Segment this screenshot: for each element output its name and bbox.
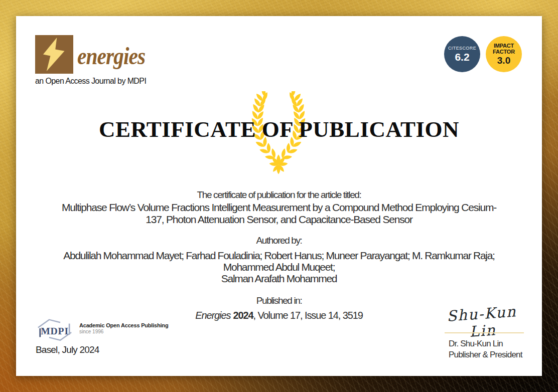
journal-wordmark: energies bbox=[77, 42, 145, 70]
impact-factor-badge: IMPACT FACTOR 3.0 bbox=[486, 36, 522, 72]
journal-tagline: an Open Access Journal by MDPI bbox=[35, 77, 146, 86]
journal-reference-year: 2024 bbox=[233, 310, 253, 321]
published-in-label: Published in: bbox=[16, 295, 542, 306]
article-title: Multiphase Flow’s Volume Fractions Intel… bbox=[16, 202, 542, 226]
citescore-label: CITESCORE bbox=[448, 46, 476, 51]
mdpi-logo-text: MDPI bbox=[41, 325, 69, 336]
authors-list: Abdulilah Mohammad Mayet; Farhad Fouladi… bbox=[16, 250, 542, 284]
signature-line bbox=[445, 332, 524, 333]
energies-logo bbox=[35, 35, 73, 74]
journal-reference-issue: , Volume 17, Issue 14, 3519 bbox=[253, 310, 362, 321]
certificate-card: energies an Open Access Journal by MDPI … bbox=[16, 16, 542, 376]
signer-role: Publisher & President bbox=[449, 350, 522, 360]
certificate-heading: CERTIFICATE OF PUBLICATION bbox=[16, 116, 542, 142]
impact-factor-label-line1: IMPACT bbox=[494, 43, 514, 49]
authors-line1: Abdulilah Mohammad Mayet; Farhad Fouladi… bbox=[16, 250, 542, 261]
impact-factor-label-line2: FACTOR bbox=[493, 49, 515, 55]
authors-line3: Salman Arafath Mohammed bbox=[16, 273, 542, 284]
publisher-tagline: Academic Open Access Publishing since 19… bbox=[79, 322, 168, 334]
signer-name: Dr. Shu-Kun Lin bbox=[449, 339, 503, 349]
authored-by-label: Authored by: bbox=[16, 235, 542, 246]
impact-factor-value: 3.0 bbox=[497, 55, 510, 66]
citescore-value: 6.2 bbox=[455, 51, 469, 63]
intro-text: The certificate of publication for the a… bbox=[16, 189, 542, 201]
article-title-line1: Multiphase Flow’s Volume Fractions Intel… bbox=[16, 202, 542, 214]
publisher-tagline-small: since 1996 bbox=[79, 329, 168, 334]
citescore-badge: CITESCORE 6.2 bbox=[444, 36, 480, 72]
gold-frame: energies an Open Access Journal by MDPI … bbox=[0, 0, 558, 392]
signature-script: Shu-Kun Lin bbox=[431, 302, 533, 343]
mdpi-logo: MDPI bbox=[34, 317, 75, 344]
publisher-tagline-bold: Academic Open Access Publishing bbox=[79, 322, 168, 328]
authors-line2: Mohammed Abdul Muqeet; bbox=[16, 261, 542, 273]
journal-reference-name: Energies bbox=[195, 310, 230, 321]
place-date: Basel, July 2024 bbox=[36, 344, 99, 355]
article-title-line2: 137, Photon Attenuation Sensor, and Capa… bbox=[16, 214, 542, 226]
lightning-bolt-icon bbox=[35, 35, 73, 74]
